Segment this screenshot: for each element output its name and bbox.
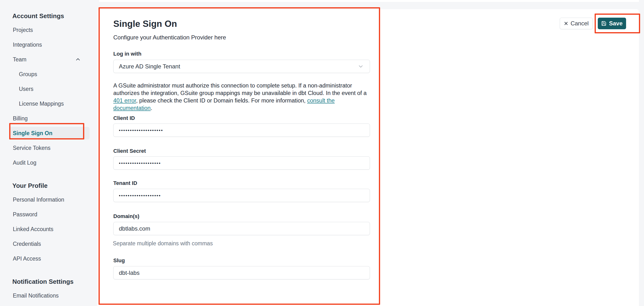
client-secret-label: Client Secret bbox=[113, 148, 146, 154]
sidebar-item-billing[interactable]: Billing bbox=[0, 115, 94, 122]
domains-helper-text: Separate multiple domains with commas bbox=[113, 240, 213, 247]
x-icon bbox=[564, 21, 568, 26]
sidebar-item-single-sign-on[interactable]: Single Sign On bbox=[9, 127, 90, 140]
sidebar-item-api-access[interactable]: API Access bbox=[0, 256, 94, 262]
page-title: Single Sign On bbox=[113, 19, 177, 29]
cancel-button[interactable]: Cancel bbox=[560, 18, 593, 29]
login-with-label: Log in with bbox=[113, 51, 142, 57]
sidebar-item-service-tokens[interactable]: Service Tokens bbox=[0, 145, 94, 151]
sidebar-item-password[interactable]: Password bbox=[0, 211, 94, 218]
sidebar-item-license-mappings[interactable]: License Mappings bbox=[0, 101, 94, 107]
info-text-1: A GSuite administrator must authorize th… bbox=[113, 82, 366, 96]
client-id-input[interactable] bbox=[113, 124, 370, 137]
client-secret-input[interactable] bbox=[113, 156, 370, 170]
link-401-error[interactable]: 401 error bbox=[113, 97, 136, 104]
tenant-id-label: Tenant ID bbox=[113, 180, 137, 186]
sidebar-heading-your-profile: Your Profile bbox=[0, 182, 94, 189]
client-id-label: Client ID bbox=[113, 115, 135, 121]
cancel-button-label: Cancel bbox=[571, 20, 589, 27]
page-subtitle: Configure your Authentication Provider h… bbox=[113, 34, 226, 41]
sidebar-item-team[interactable]: Team bbox=[0, 56, 94, 63]
floppy-disk-icon bbox=[601, 21, 606, 26]
login-with-select[interactable]: Azure AD Single Tenant bbox=[113, 60, 370, 73]
save-button[interactable]: Save bbox=[598, 18, 626, 29]
tenant-id-input[interactable] bbox=[113, 189, 370, 202]
gsuite-info-paragraph: A GSuite administrator must authorize th… bbox=[113, 82, 372, 112]
sidebar-item-integrations[interactable]: Integrations bbox=[0, 42, 94, 48]
chevron-down-icon bbox=[358, 63, 364, 70]
login-with-selected-value: Azure AD Single Tenant bbox=[119, 63, 180, 70]
sidebar-item-credentials[interactable]: Credentials bbox=[0, 241, 94, 247]
sidebar-item-email-notifications[interactable]: Email Notifications bbox=[0, 293, 94, 299]
save-button-label: Save bbox=[609, 20, 622, 27]
sidebar-heading-account-settings: Account Settings bbox=[0, 13, 94, 19]
sidebar-item-users[interactable]: Users bbox=[0, 86, 94, 92]
sidebar-item-linked-accounts[interactable]: Linked Accounts bbox=[0, 226, 94, 232]
sidebar-item-audit-log[interactable]: Audit Log bbox=[0, 159, 94, 166]
domains-input[interactable] bbox=[113, 222, 370, 235]
top-header-strip bbox=[99, 0, 639, 2]
info-text-2: , please check the Client ID or Domain f… bbox=[136, 97, 307, 104]
sidebar-item-personal-information[interactable]: Personal Information bbox=[0, 196, 94, 203]
sidebar-item-projects[interactable]: Projects bbox=[0, 27, 94, 33]
slug-label: Slug bbox=[113, 257, 125, 264]
settings-sidebar: Account Settings Projects Integrations T… bbox=[0, 13, 94, 306]
chevron-up-icon bbox=[75, 57, 80, 62]
sidebar-item-groups[interactable]: Groups bbox=[0, 71, 94, 77]
info-text-3: . bbox=[150, 105, 152, 111]
slug-input[interactable] bbox=[113, 266, 370, 279]
sidebar-heading-notification-settings: Notification Settings bbox=[0, 279, 94, 285]
domains-label: Domain(s) bbox=[113, 213, 140, 219]
sso-settings-card: Single Sign On Configure your Authentica… bbox=[97, 9, 639, 306]
